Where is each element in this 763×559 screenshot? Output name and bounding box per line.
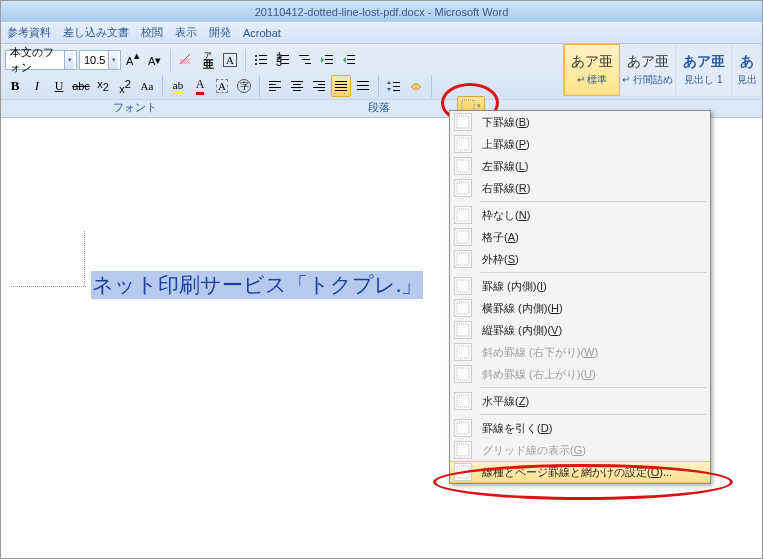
border-type-icon bbox=[454, 365, 472, 383]
style-normal[interactable]: あア亜↵ 標準 bbox=[564, 44, 620, 96]
line-spacing-button[interactable] bbox=[384, 75, 404, 97]
font-name-combo[interactable]: 本文のフォン▾ bbox=[5, 50, 77, 70]
svg-rect-47 bbox=[393, 90, 400, 91]
borders-menu-item[interactable]: 上罫線(P) bbox=[450, 133, 710, 155]
shading-button[interactable] bbox=[406, 75, 426, 97]
bullets-button[interactable] bbox=[251, 49, 271, 71]
chevron-down-icon: ▾ bbox=[477, 102, 481, 110]
align-right-button[interactable] bbox=[309, 75, 329, 97]
borders-menu-item[interactable]: 罫線 (内側)(I) bbox=[450, 275, 710, 297]
svg-rect-50 bbox=[457, 116, 469, 128]
border-type-icon bbox=[454, 157, 472, 175]
selected-text[interactable]: ネット印刷サービス「トクプレ.」 bbox=[91, 271, 423, 299]
change-case-button[interactable]: Aa bbox=[137, 75, 157, 97]
highlight-button[interactable]: ab bbox=[168, 75, 188, 97]
svg-rect-25 bbox=[347, 63, 355, 64]
svg-rect-65 bbox=[457, 466, 469, 478]
menu-item-label: 下罫線(B) bbox=[482, 115, 704, 130]
italic-button[interactable]: I bbox=[27, 75, 47, 97]
menu-separator bbox=[480, 201, 706, 202]
svg-rect-29 bbox=[269, 90, 276, 91]
borders-menu-item[interactable]: 下罫線(B) bbox=[450, 111, 710, 133]
chevron-down-icon[interactable]: ▾ bbox=[64, 51, 74, 69]
menu-item[interactable]: 表示 bbox=[175, 25, 197, 40]
border-type-icon bbox=[454, 206, 472, 224]
font-color-button[interactable]: A bbox=[190, 75, 210, 97]
font-name-value: 本文のフォン bbox=[10, 45, 61, 75]
svg-point-9 bbox=[255, 63, 257, 65]
svg-point-7 bbox=[255, 59, 257, 61]
svg-rect-30 bbox=[291, 81, 303, 82]
svg-rect-18 bbox=[302, 59, 310, 60]
svg-rect-27 bbox=[269, 84, 276, 85]
borders-menu-item[interactable]: 横罫線 (内側)(H) bbox=[450, 297, 710, 319]
phonetic-guide-button[interactable]: ア亜 bbox=[198, 49, 218, 71]
char-shading-button[interactable]: A bbox=[212, 75, 232, 97]
align-center-button[interactable] bbox=[287, 75, 307, 97]
svg-rect-10 bbox=[259, 63, 267, 64]
menu-separator bbox=[480, 414, 706, 415]
menu-item[interactable]: 校閲 bbox=[141, 25, 163, 40]
align-left-button[interactable] bbox=[265, 75, 285, 97]
svg-rect-24 bbox=[347, 59, 355, 60]
menu-item-label: 外枠(S) bbox=[482, 252, 704, 267]
borders-menu-item[interactable]: 縦罫線 (内側)(V) bbox=[450, 319, 710, 341]
menu-item-label: 罫線 (内側)(I) bbox=[482, 279, 704, 294]
font-group-label: フォント bbox=[1, 100, 269, 117]
strikethrough-button[interactable]: abc bbox=[71, 75, 91, 97]
borders-menu-item[interactable]: 外枠(S) bbox=[450, 248, 710, 270]
svg-rect-37 bbox=[318, 90, 325, 91]
increase-indent-button[interactable] bbox=[339, 49, 359, 71]
style-no-spacing[interactable]: あア亜↵ 行間詰め bbox=[620, 44, 676, 96]
borders-menu-item[interactable]: 枠なし(N) bbox=[450, 204, 710, 226]
borders-menu-item[interactable]: 格子(A) bbox=[450, 226, 710, 248]
chevron-down-icon[interactable]: ▾ bbox=[108, 51, 118, 69]
menu-item[interactable]: Acrobat bbox=[243, 27, 281, 39]
subscript-button[interactable]: x2 bbox=[93, 75, 113, 97]
align-justify-button[interactable] bbox=[331, 75, 351, 97]
numbering-button[interactable]: 123 bbox=[273, 49, 293, 71]
borders-menu-item[interactable]: 右罫線(R) bbox=[450, 177, 710, 199]
svg-rect-46 bbox=[393, 86, 400, 87]
borders-menu-item[interactable]: 罫線を引く(D) bbox=[450, 417, 710, 439]
decrease-indent-button[interactable] bbox=[317, 49, 337, 71]
svg-rect-43 bbox=[357, 85, 369, 86]
svg-text:3: 3 bbox=[276, 56, 282, 68]
svg-rect-23 bbox=[347, 55, 355, 56]
svg-rect-52 bbox=[457, 160, 469, 172]
character-border-button[interactable]: A bbox=[220, 49, 240, 71]
multilevel-list-button[interactable] bbox=[295, 49, 315, 71]
underline-button[interactable]: U bbox=[49, 75, 69, 97]
clear-formatting-button[interactable] bbox=[176, 49, 196, 71]
borders-menu-item[interactable]: 線種とページ罫線と網かけの設定(O)... bbox=[450, 461, 710, 483]
svg-rect-36 bbox=[313, 87, 325, 88]
svg-rect-35 bbox=[318, 84, 325, 85]
menu-item[interactable]: 開発 bbox=[209, 25, 231, 40]
style-gallery: あア亜↵ 標準 あア亜↵ 行間詰め あア亜見出し 1 あ見出 bbox=[563, 44, 762, 96]
menu-item-label: 斜め罫線 (右下がり)(W) bbox=[482, 345, 704, 360]
grow-font-button[interactable]: A▴ bbox=[123, 49, 143, 71]
menu-item[interactable]: 参考資料 bbox=[7, 25, 51, 40]
svg-rect-39 bbox=[335, 84, 347, 85]
shrink-font-button[interactable]: A▾ bbox=[145, 49, 165, 71]
style-heading1[interactable]: あア亜見出し 1 bbox=[676, 44, 732, 96]
bold-button[interactable]: B bbox=[5, 75, 25, 97]
enclose-char-button[interactable]: 字 bbox=[234, 75, 254, 97]
style-heading-more[interactable]: あ見出 bbox=[732, 44, 762, 96]
menu-item[interactable]: 差し込み文書 bbox=[63, 25, 129, 40]
svg-text:▴: ▴ bbox=[134, 52, 140, 61]
borders-menu-item[interactable]: 左罫線(L) bbox=[450, 155, 710, 177]
svg-rect-33 bbox=[293, 90, 301, 91]
borders-dropdown: 下罫線(B)上罫線(P)左罫線(L)右罫線(R)枠なし(N)格子(A)外枠(S)… bbox=[449, 110, 711, 484]
border-type-icon bbox=[454, 299, 472, 317]
svg-rect-41 bbox=[335, 90, 347, 91]
svg-rect-12 bbox=[281, 55, 289, 56]
menu-item-label: 線種とページ罫線と網かけの設定(O)... bbox=[482, 465, 704, 480]
menu-item-label: 枠なし(N) bbox=[482, 208, 704, 223]
svg-rect-64 bbox=[457, 444, 469, 456]
border-type-icon bbox=[454, 277, 472, 295]
font-size-combo[interactable]: 10.5▾ bbox=[79, 50, 121, 70]
distribute-button[interactable] bbox=[353, 75, 373, 97]
superscript-button[interactable]: x2 bbox=[115, 75, 135, 97]
borders-menu-item[interactable]: 水平線(Z) bbox=[450, 390, 710, 412]
